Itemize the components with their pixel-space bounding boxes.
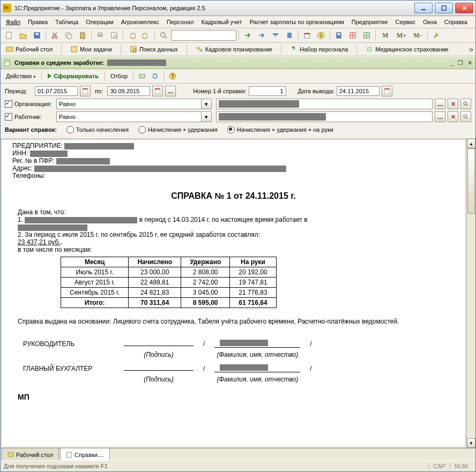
menu-payroll[interactable]: Расчет зарплаты по организациям [247,18,347,26]
m-button[interactable]: M [378,29,393,42]
grid-green-icon[interactable] [360,29,373,42]
svg-rect-41 [83,88,88,89]
m-plus-button[interactable]: M+ [394,29,409,42]
period-choose-button[interactable]: … [165,86,176,96]
redo-icon[interactable] [139,29,152,42]
desktop-toolbar: Рабочий стол Мои задачи Поиск данных Кад… [1,43,475,56]
data-search-link[interactable]: Поиск данных [127,44,181,54]
help-icon[interactable]: ? [167,71,178,81]
actions-menu[interactable]: Действия [4,72,38,80]
report-area: ПРЕДПРИЯТИЕ: ИНН: Рег. № в ПФР: Адрес: Т… [1,139,475,448]
window-minimize-button[interactable] [414,3,433,13]
menu-agro[interactable]: Агрокомплекс [118,18,162,26]
period-to-calendar-icon[interactable] [152,86,163,96]
org-clear-button[interactable]: ✕ [448,99,458,109]
menu-personnel[interactable]: Персонал [163,18,197,26]
scroll-thumb[interactable] [467,148,475,214]
undo-icon[interactable] [125,29,138,42]
redacted-block [25,217,137,223]
table-row: Сентябрь 2015 г.24 821,833 045,0021 776,… [61,288,277,298]
mdi-restore-button[interactable]: ❐ [458,59,463,66]
emp-op-select[interactable]: Равно▾ [56,111,212,122]
rep-by-month: в том числе по месяцам: [18,246,455,253]
period-to-input[interactable]: 30.09.2015 [107,86,150,96]
org-op-select[interactable]: Равно▾ [56,99,212,109]
filter-button[interactable]: Отбор [108,72,130,80]
calc-blue-icon[interactable] [283,29,296,42]
run-report-button[interactable]: Сформировать [45,71,101,81]
refresh-small-icon[interactable] [150,71,160,81]
emp-search-button[interactable] [460,111,471,122]
refno-input[interactable]: 1 [249,86,286,96]
menu-service[interactable]: Сервис [392,18,419,26]
paste-icon[interactable] [76,29,89,42]
mdi-minimize-button[interactable]: _ [450,59,453,66]
variant-radio-0[interactable]: Только начисления [66,126,129,133]
emp-clear-button[interactable]: ✕ [448,111,458,122]
copy-icon[interactable] [62,29,75,42]
med-insurance-link[interactable]: Медицинское страхование [362,44,451,54]
redacted-block [220,340,268,346]
search-icon[interactable] [157,29,170,42]
window-maximize-button[interactable] [435,3,453,13]
org-search-button[interactable] [460,99,471,109]
m-minus-button[interactable]: M- [410,29,425,42]
vertical-scrollbar[interactable]: ▲ ▼ [466,139,475,448]
calc2-icon[interactable] [332,29,345,42]
svg-rect-37 [139,74,145,78]
org-value-select[interactable] [216,99,433,109]
org-pick-button[interactable]: … [435,99,445,109]
svg-rect-34 [5,59,10,66]
menu-enterprise[interactable]: Предприятие [348,18,391,26]
scroll-up-icon[interactable]: ▲ [467,139,475,148]
output-date-calendar-icon[interactable] [382,86,392,96]
menu-windows[interactable]: Окна [420,18,440,26]
menu-hr[interactable]: Кадровый учет [198,18,245,26]
hr-planning-link[interactable]: Кадровое планирование [192,44,276,54]
stamp-label: МП [18,393,455,401]
menu-help[interactable]: Справка [441,18,471,26]
document-title: Справки о среднем заработке: [14,59,104,66]
grid-red-icon[interactable] [346,29,359,42]
new-icon[interactable] [3,29,16,42]
scroll-down-icon[interactable]: ▼ [467,438,475,448]
variant-radio-1[interactable]: Начисления + удержания [138,126,218,133]
calendar-icon[interactable] [301,29,314,42]
search-input[interactable] [171,30,236,41]
menu-operations[interactable]: Операции [83,18,116,26]
tab-document[interactable]: Справки.... [60,448,110,460]
open-icon[interactable] [17,29,29,42]
variant-radio-2[interactable]: Начисления + удержания + на руки [227,126,333,133]
emp-value-select[interactable] [216,111,433,122]
menu-table[interactable]: Таблица [52,18,81,26]
settings-small-icon[interactable] [137,71,147,81]
org-checkbox[interactable] [5,100,12,108]
signatures-block: РУКОВОДИТЕЛЬ / / (Подпись)(Фамилия, имя,… [18,335,317,385]
cut-icon[interactable] [48,29,61,42]
go-icon[interactable] [241,29,254,42]
recruitment-link[interactable]: Набор персонала [287,44,351,54]
menu-file[interactable]: Файл [3,18,24,26]
print-icon[interactable] [94,29,107,42]
drop-blue-icon[interactable] [269,29,282,42]
document-tab-icon [66,452,72,458]
period-from-calendar-icon[interactable] [80,86,91,96]
filter-blue-icon[interactable] [255,29,268,42]
mdi-close-button[interactable]: ✕ [467,59,472,66]
period-from-input[interactable]: 01.07.2015 [35,86,78,96]
wrench-icon[interactable] [430,29,443,42]
emp-pick-button[interactable]: … [435,111,445,122]
menu-edit[interactable]: Правка [25,18,51,26]
my-tasks-link[interactable]: Мои задачи [67,44,115,54]
report-body[interactable]: ПРЕДПРИЯТИЕ: ИНН: Рег. № в ПФР: Адрес: Т… [1,139,466,447]
window-close-button[interactable]: ✕ [455,3,473,13]
tab-desktop[interactable]: Рабочий стол [2,448,59,460]
save-icon[interactable] [31,29,43,42]
desktop-link[interactable]: Рабочий стол [3,44,56,54]
output-date-input[interactable]: 24.11.2015 [337,86,380,96]
emp-checkbox[interactable] [5,113,12,121]
info-icon[interactable]: i [315,29,328,42]
print-preview-icon[interactable] [108,29,121,42]
toolbar-overflow-icon[interactable]: » [469,45,473,54]
svg-point-30 [197,47,200,50]
